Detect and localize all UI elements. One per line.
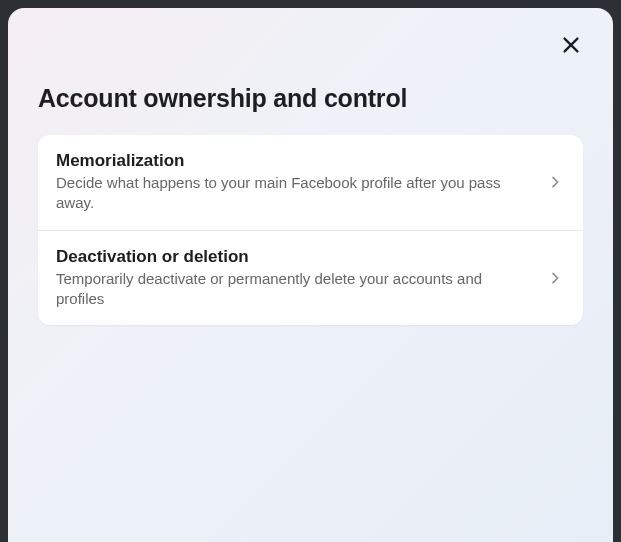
option-description: Temporarily deactivate or permanently de… — [56, 269, 533, 310]
option-text: Deactivation or deletion Temporarily dea… — [56, 247, 533, 310]
chevron-right-icon — [545, 268, 565, 288]
option-text: Memorialization Decide what happens to y… — [56, 151, 533, 214]
options-card: Memorialization Decide what happens to y… — [38, 135, 583, 325]
option-title: Deactivation or deletion — [56, 247, 533, 267]
page-title: Account ownership and control — [38, 84, 583, 113]
close-icon — [560, 34, 582, 59]
settings-modal: Account ownership and control Memorializ… — [8, 8, 613, 542]
option-description: Decide what happens to your main Faceboo… — [56, 173, 533, 214]
option-title: Memorialization — [56, 151, 533, 171]
close-button[interactable] — [555, 30, 587, 62]
chevron-right-icon — [545, 172, 565, 192]
option-memorialization[interactable]: Memorialization Decide what happens to y… — [38, 135, 583, 230]
option-deactivation-deletion[interactable]: Deactivation or deletion Temporarily dea… — [38, 230, 583, 326]
